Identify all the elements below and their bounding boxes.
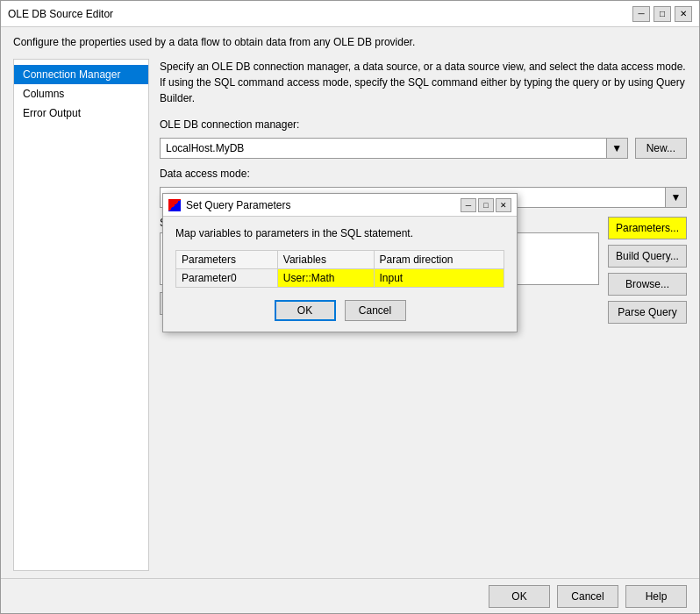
cancel-button[interactable]: Cancel (557, 585, 618, 608)
connection-field-row: LocalHost.MyDB ▼ New... (160, 138, 687, 159)
set-query-parameters-dialog[interactable]: Set Query Parameters ─ □ ✕ Map variables… (162, 193, 518, 332)
left-navigation: Connection Manager Columns Error Output (13, 59, 149, 571)
close-button[interactable]: ✕ (675, 6, 692, 22)
title-bar: OLE DB Source Editor ─ □ ✕ (1, 1, 699, 27)
dialog-close-button[interactable]: ✕ (496, 198, 511, 212)
parameters-table: Parameters Variables Param direction Par… (175, 250, 504, 288)
restore-button[interactable]: □ (654, 6, 671, 22)
connection-dropdown[interactable]: LocalHost.MyDB ▼ (160, 138, 628, 159)
dialog-restore-button[interactable]: □ (478, 198, 494, 212)
dialog-body: Map variables to parameters in the SQL s… (163, 217, 517, 332)
dialog-title-bar: Set Query Parameters ─ □ ✕ (163, 194, 517, 217)
ok-button[interactable]: OK (489, 585, 550, 608)
window-controls: ─ □ ✕ (632, 6, 692, 22)
window-title: OLE DB Source Editor (8, 8, 113, 20)
access-mode-label: Data access mode: (160, 168, 687, 180)
dialog-footer: OK Cancel (175, 300, 504, 321)
help-button[interactable]: Help (625, 585, 687, 608)
dialog-title-text: Set Query Parameters (168, 199, 290, 211)
connection-section: OLE DB connection manager: LocalHost.MyD… (160, 118, 687, 159)
dialog-minimize-button[interactable]: ─ (461, 198, 476, 212)
top-description: Configure the properties used by a data … (13, 36, 687, 48)
browse-button[interactable]: Browse... (608, 273, 687, 296)
new-connection-button[interactable]: New... (635, 138, 687, 159)
table-row: Parameter0 User::Math Input (176, 269, 504, 288)
minimize-button[interactable]: ─ (632, 6, 650, 22)
sidebar-item-error-output[interactable]: Error Output (14, 104, 148, 123)
col-header-direction: Param direction (374, 251, 504, 269)
col-header-parameters: Parameters (176, 251, 278, 269)
dialog-title: Set Query Parameters (186, 199, 290, 211)
direction-cell[interactable]: Input (374, 269, 504, 288)
sidebar-item-columns[interactable]: Columns (14, 84, 148, 104)
right-action-buttons: Parameters... Build Query... Browse... P… (608, 217, 687, 571)
dialog-cancel-button[interactable]: Cancel (345, 300, 406, 321)
dialog-description: Map variables to parameters in the SQL s… (175, 227, 504, 239)
connection-label: OLE DB connection manager: (160, 118, 687, 131)
parse-query-button[interactable]: Parse Query (608, 301, 687, 324)
col-header-variables: Variables (277, 251, 374, 269)
dialog-app-icon (168, 199, 181, 211)
connection-dropdown-arrow[interactable]: ▼ (606, 139, 627, 158)
access-mode-dropdown-arrow[interactable]: ▼ (665, 188, 686, 207)
build-query-button[interactable]: Build Query... (608, 245, 687, 268)
dialog-ok-button[interactable]: OK (275, 300, 336, 321)
variable-cell[interactable]: User::Math (277, 269, 374, 288)
param-cell: Parameter0 (176, 269, 278, 288)
bottom-bar: OK Cancel Help (1, 578, 699, 613)
parameters-button[interactable]: Parameters... (608, 217, 687, 239)
dialog-controls: ─ □ ✕ (461, 198, 511, 212)
panel-description: Specify an OLE DB connection manager, a … (160, 59, 687, 106)
connection-value: LocalHost.MyDB (161, 139, 606, 158)
sidebar-item-connection-manager[interactable]: Connection Manager (14, 65, 148, 84)
